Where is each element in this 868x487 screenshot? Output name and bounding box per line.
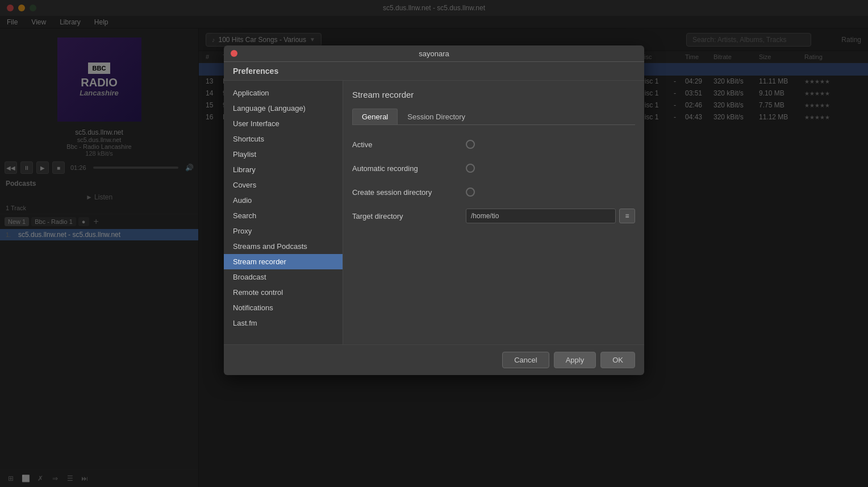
nav-lastfm[interactable]: Last.fm [224,315,343,331]
nav-application[interactable]: Application [224,85,343,101]
nav-search[interactable]: Search [224,208,343,223]
target-dir-input[interactable] [466,209,616,223]
modal-title-bar: sayonara [224,45,644,62]
nav-streams[interactable]: Streams and Podcasts [224,239,343,254]
tab-general[interactable]: General [352,109,398,124]
target-dir-input-group: ≡ [466,209,635,223]
nav-language[interactable]: Language (Language) [224,101,343,116]
nav-broadcast[interactable]: Broadcast [224,269,343,285]
nav-covers[interactable]: Covers [224,177,343,193]
ok-button[interactable]: OK [600,352,635,368]
apply-button[interactable]: Apply [554,352,596,368]
nav-proxy[interactable]: Proxy [224,223,343,239]
nav-library[interactable]: Library [224,162,343,177]
modal-overlay: sayonara Preferences Application Languag… [0,0,868,487]
radio-auto-record[interactable] [466,164,475,173]
radio-active[interactable] [466,140,475,149]
pref-tabs: General Session Directory [352,109,635,125]
modal-header: Preferences [224,62,644,81]
browse-button[interactable]: ≡ [619,209,635,223]
cancel-button[interactable]: Cancel [502,352,549,368]
preferences-nav: Application Language (Language) User Int… [224,81,343,344]
tab-session-directory[interactable]: Session Directory [398,109,475,124]
pref-row-active: Active [352,136,635,152]
pref-label-active: Active [352,140,466,149]
modal-footer: Cancel Apply OK [224,344,644,375]
pref-row-auto-record: Automatic recording [352,160,635,176]
modal-title: sayonara [419,49,449,58]
nav-stream-recorder[interactable]: Stream recorder [224,254,343,269]
nav-audio[interactable]: Audio [224,193,343,208]
modal-body: Application Language (Language) User Int… [224,81,644,344]
nav-remote-control[interactable]: Remote control [224,285,343,300]
nav-playlist[interactable]: Playlist [224,147,343,162]
preferences-content: Stream recorder General Session Director… [343,81,644,344]
nav-shortcuts[interactable]: Shortcuts [224,131,343,147]
section-title: Stream recorder [352,90,635,99]
modal-close-button[interactable] [231,50,237,57]
nav-user-interface[interactable]: User Interface [224,116,343,131]
radio-session-dir[interactable] [466,188,475,197]
pref-row-target-dir: Target directory ≡ [352,208,635,224]
pref-label-target-dir: Target directory [352,212,466,220]
pref-row-session-dir: Create session directory [352,184,635,200]
pref-label-auto-record: Automatic recording [352,164,466,173]
pref-label-session-dir: Create session directory [352,188,466,197]
preferences-modal: sayonara Preferences Application Languag… [224,45,644,375]
nav-notifications[interactable]: Notifications [224,300,343,315]
